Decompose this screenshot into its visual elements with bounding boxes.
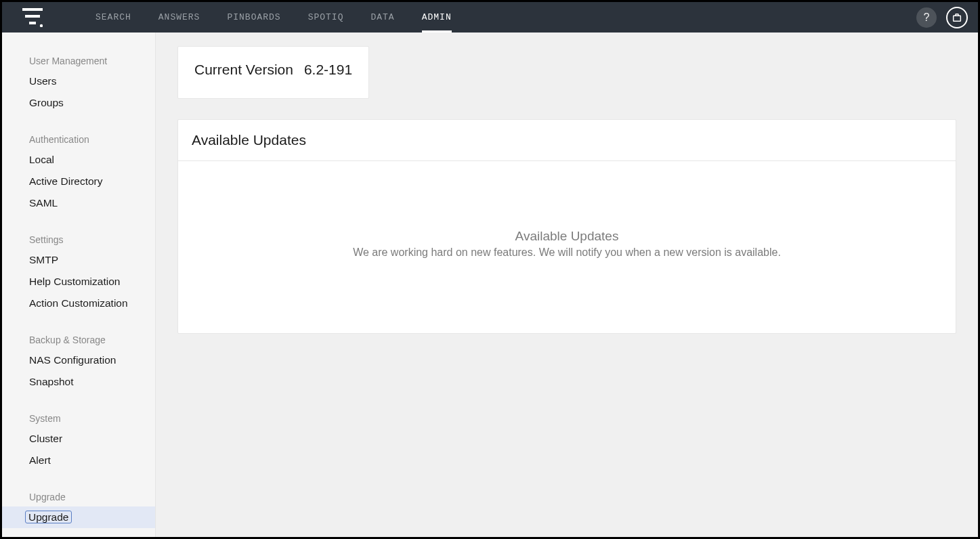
logo[interactable] (22, 8, 43, 27)
body: User Management Users Groups Authenticat… (2, 33, 978, 537)
sidebar-item-help-customization[interactable]: Help Customization (2, 271, 155, 293)
sidebar-item-snapshot[interactable]: Snapshot (2, 371, 155, 393)
svg-rect-2 (29, 22, 36, 24)
sidebar-scroll: User Management Users Groups Authenticat… (2, 51, 155, 528)
sidebar-item-alert[interactable]: Alert (2, 450, 155, 471)
help-icon: ? (924, 12, 930, 24)
help-button[interactable]: ? (916, 7, 937, 28)
sidebar-section-system: System (2, 409, 155, 428)
topnav-spotiq[interactable]: SPOTIQ (295, 2, 358, 33)
sidebar-section-authentication: Authentication (2, 130, 155, 149)
briefcase-icon (952, 12, 962, 23)
sidebar-item-nas-configuration[interactable]: NAS Configuration (2, 349, 155, 371)
sidebar-item-action-customization[interactable]: Action Customization (2, 293, 155, 314)
sidebar-item-local[interactable]: Local (2, 149, 155, 171)
sidebar-section-upgrade: Upgrade (2, 488, 155, 506)
topnav-pinboards[interactable]: PINBOARDS (213, 2, 294, 33)
topnav-data[interactable]: DATA (357, 2, 408, 33)
svg-rect-4 (954, 16, 961, 21)
topnav: SEARCH ANSWERS PINBOARDS SPOTIQ DATA ADM… (82, 2, 916, 33)
main-content: Current Version 6.2-191 Available Update… (156, 33, 978, 537)
sidebar-item-groups[interactable]: Groups (2, 92, 155, 114)
svg-rect-0 (22, 8, 43, 11)
updates-heading: Available Updates (178, 120, 956, 161)
topbar: SEARCH ANSWERS PINBOARDS SPOTIQ DATA ADM… (2, 2, 978, 33)
topnav-answers[interactable]: ANSWERS (145, 2, 214, 33)
sidebar-item-upgrade[interactable]: Upgrade (2, 506, 155, 528)
svg-point-3 (40, 24, 43, 26)
sidebar-item-saml[interactable]: SAML (2, 192, 155, 214)
svg-rect-1 (25, 15, 40, 18)
updates-body: Available Updates We are working hard on… (178, 161, 956, 333)
version-label: Current Version (194, 62, 293, 78)
sidebar[interactable]: User Management Users Groups Authenticat… (2, 33, 156, 537)
version-value: 6.2-191 (304, 62, 352, 78)
updates-empty-title: Available Updates (192, 229, 942, 244)
topbar-right: ? (916, 7, 968, 28)
current-version-card: Current Version 6.2-191 (177, 46, 369, 99)
user-avatar[interactable] (946, 7, 968, 28)
topnav-search[interactable]: SEARCH (82, 2, 145, 33)
app-frame: SEARCH ANSWERS PINBOARDS SPOTIQ DATA ADM… (2, 2, 978, 537)
available-updates-card: Available Updates Available Updates We a… (177, 119, 956, 334)
sidebar-item-users[interactable]: Users (2, 70, 155, 92)
sidebar-item-cluster[interactable]: Cluster (2, 428, 155, 450)
sidebar-section-backup-storage: Backup & Storage (2, 330, 155, 349)
sidebar-item-active-directory[interactable]: Active Directory (2, 171, 155, 192)
sidebar-section-settings: Settings (2, 230, 155, 249)
sidebar-item-label: Upgrade (25, 511, 72, 523)
sidebar-item-smtp[interactable]: SMTP (2, 249, 155, 271)
updates-empty-text: We are working hard on new features. We … (192, 246, 942, 259)
topnav-admin[interactable]: ADMIN (408, 2, 465, 33)
sidebar-section-user-management: User Management (2, 51, 155, 70)
version-row: Current Version 6.2-191 (194, 62, 352, 78)
